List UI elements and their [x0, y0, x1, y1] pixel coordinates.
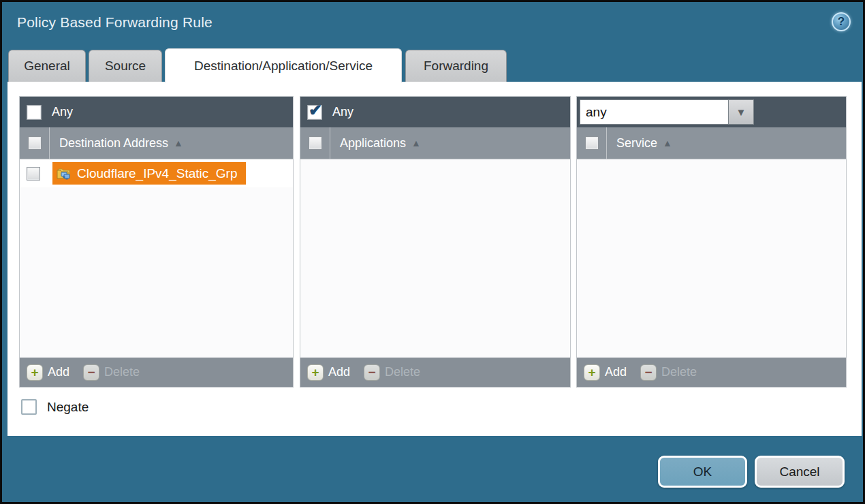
applications-column-header-label: Applications: [340, 136, 406, 151]
add-icon: +: [27, 364, 43, 381]
negate-row: Negate: [21, 399, 89, 415]
tab-forwarding[interactable]: Forwarding: [405, 50, 507, 82]
add-icon: +: [584, 364, 600, 381]
negate-checkbox[interactable]: [21, 399, 37, 415]
destination-footer: + Add − Delete: [20, 358, 293, 387]
add-button-label: Add: [328, 365, 350, 379]
applications-any-bar: Any: [300, 97, 570, 127]
cancel-button[interactable]: Cancel: [755, 456, 845, 488]
add-button[interactable]: + Add: [27, 364, 69, 381]
address-group-label: Cloudflare_IPv4_Static_Grp: [77, 166, 238, 181]
address-group-item[interactable]: Cloudflare_IPv4_Static_Grp: [52, 162, 246, 185]
sort-ascending-icon: [411, 138, 421, 148]
delete-button[interactable]: − Delete: [83, 364, 140, 381]
delete-icon: −: [83, 364, 99, 381]
add-button-label: Add: [605, 365, 627, 379]
service-dropdown-bar: any: [577, 97, 846, 127]
service-panel: any Service + Add − Delete: [576, 96, 847, 388]
negate-label: Negate: [47, 400, 89, 415]
help-icon[interactable]: ?: [832, 12, 851, 31]
applications-select-all-checkbox[interactable]: [309, 136, 322, 150]
tab-content-panel: Any Destination Address: [7, 82, 862, 436]
service-select-all-checkbox[interactable]: [585, 136, 599, 150]
applications-any-label: Any: [332, 105, 353, 119]
destination-select-all-checkbox[interactable]: [28, 136, 42, 150]
delete-icon: −: [640, 364, 657, 381]
destination-any-bar: Any: [20, 97, 293, 127]
sort-ascending-icon: [663, 138, 672, 148]
service-header-checkbox-cell: [577, 127, 607, 159]
ok-button[interactable]: OK: [658, 456, 747, 488]
applications-list: [300, 159, 570, 358]
address-group-icon: [57, 168, 72, 180]
applications-footer: + Add − Delete: [300, 358, 570, 387]
destination-address-column-header[interactable]: Destination Address: [20, 127, 293, 159]
destination-address-list: Cloudflare_IPv4_Static_Grp: [20, 159, 293, 358]
delete-button-label: Delete: [661, 365, 697, 379]
delete-button[interactable]: − Delete: [640, 364, 697, 381]
dropdown-arrow-button[interactable]: [729, 99, 754, 125]
table-row: Cloudflare_IPv4_Static_Grp: [20, 159, 293, 187]
tab-destination-application-service[interactable]: Destination/Application/Service: [165, 48, 402, 82]
tab-general[interactable]: General: [8, 50, 86, 82]
delete-button[interactable]: − Delete: [364, 364, 420, 381]
destination-any-label: Any: [52, 105, 73, 119]
add-icon: +: [307, 364, 324, 381]
applications-column-header[interactable]: Applications: [300, 127, 570, 159]
service-type-value[interactable]: any: [580, 99, 729, 125]
destination-header-checkbox-cell: [20, 127, 50, 159]
destination-address-panel: Any Destination Address: [19, 96, 294, 388]
destination-any-checkbox[interactable]: [27, 105, 42, 120]
delete-button-label: Delete: [385, 365, 420, 379]
destination-column-header-label: Destination Address: [59, 136, 168, 151]
delete-button-label: Delete: [104, 365, 140, 379]
applications-any-checkbox[interactable]: [307, 105, 322, 120]
add-button[interactable]: + Add: [307, 364, 350, 381]
service-column-header-label: Service: [616, 136, 657, 151]
applications-header-checkbox-cell: [300, 127, 330, 159]
delete-icon: −: [364, 364, 380, 381]
row-checkbox[interactable]: [27, 167, 40, 180]
service-type-select: any: [580, 99, 754, 125]
add-button[interactable]: + Add: [584, 364, 627, 381]
tab-bar: General Source Destination/Application/S…: [7, 48, 862, 82]
sort-ascending-icon: [174, 138, 183, 148]
applications-panel: Any Applications + Add − Delete: [300, 96, 571, 388]
add-button-label: Add: [48, 365, 69, 379]
service-list: [577, 159, 846, 358]
dialog-title: Policy Based Forwarding Rule: [17, 14, 213, 31]
tab-source[interactable]: Source: [89, 50, 162, 82]
service-column-header[interactable]: Service: [577, 127, 846, 159]
service-footer: + Add − Delete: [577, 358, 846, 387]
